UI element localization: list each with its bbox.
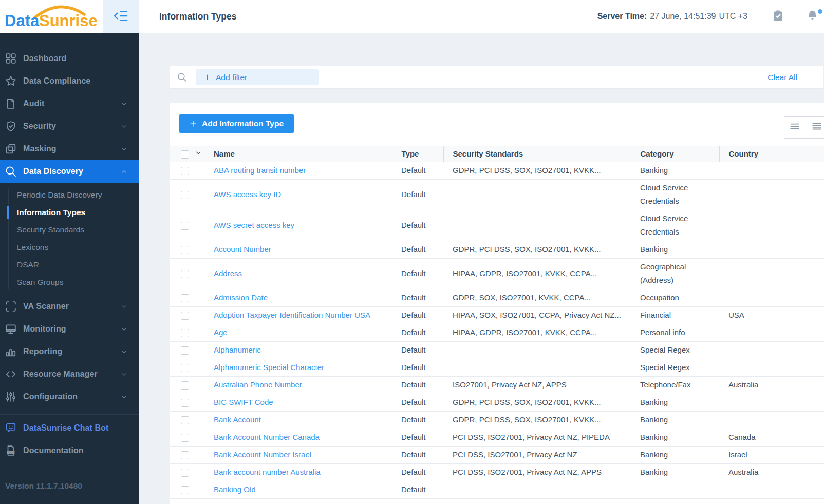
view-density-toggle bbox=[783, 116, 824, 139]
table-row: AgeDefaultHIPAA, GDPR, ISO27001, KVKK, C… bbox=[170, 324, 824, 342]
information-type-link[interactable]: Australian Phone Number bbox=[214, 380, 302, 389]
table-row: BIC SWIFT CodeDefaultGDPR, PCI DSS, SOX,… bbox=[170, 394, 824, 412]
cell-category: Banking bbox=[631, 429, 719, 447]
row-checkbox[interactable] bbox=[181, 167, 189, 175]
sidebar-item-va-scanner[interactable]: VA Scanner bbox=[0, 295, 139, 318]
sidebar-subitem-periodic-data-discovery[interactable]: Periodic Data Discovery bbox=[0, 186, 139, 204]
information-type-link[interactable]: ABA routing transit number bbox=[214, 166, 306, 175]
chevron-down-icon bbox=[120, 100, 127, 107]
add-information-type-button[interactable]: Add Information Type bbox=[179, 114, 294, 133]
column-header-country[interactable]: Country bbox=[719, 146, 824, 162]
cell-type: Default bbox=[392, 180, 443, 210]
information-type-link[interactable]: Banking Old bbox=[214, 485, 256, 494]
notifications-button[interactable] bbox=[797, 0, 824, 33]
information-type-link[interactable]: Bank Account bbox=[214, 415, 261, 424]
sidebar-item-label: Documentation bbox=[23, 446, 132, 455]
row-checkbox[interactable] bbox=[181, 329, 189, 337]
information-type-link[interactable]: BIC SWIFT Code bbox=[214, 398, 273, 406]
row-checkbox[interactable] bbox=[181, 312, 189, 320]
density-compact-button[interactable] bbox=[806, 117, 824, 138]
cell-standards: PCI DSS, ISO27001, Privacy Act NZ, APPS bbox=[443, 464, 631, 481]
select-all-checkbox[interactable] bbox=[181, 150, 189, 159]
column-header-name[interactable]: Name bbox=[214, 146, 392, 162]
sidebar-item-configuration[interactable]: Configuration bbox=[0, 385, 139, 408]
sidebar-item-documentation[interactable]: DOCDocumentation bbox=[0, 439, 139, 462]
cell-type: Default bbox=[392, 324, 443, 342]
information-types-table: Name Type Security Standards Category Co… bbox=[170, 146, 824, 499]
information-type-link[interactable]: Admission Date bbox=[214, 293, 268, 302]
topbar-right: Server Time:27 June, 14:51:39UTC +3 bbox=[597, 0, 824, 33]
clear-all-link[interactable]: Clear All bbox=[767, 73, 797, 82]
information-type-link[interactable]: Age bbox=[214, 328, 228, 337]
sidebar-subitem-dsar[interactable]: DSAR bbox=[0, 256, 139, 274]
main-area: Information Types Server Time:27 June, 1… bbox=[139, 0, 824, 504]
select-menu-chevron-icon[interactable] bbox=[195, 149, 202, 158]
table-row: Australian Phone NumberDefaultISO27001, … bbox=[170, 377, 824, 394]
row-checkbox[interactable] bbox=[181, 486, 189, 494]
sidebar-item-datasunrise-chat-bot[interactable]: DataSunrise Chat Bot bbox=[0, 417, 139, 439]
density-comfortable-button[interactable] bbox=[783, 117, 806, 138]
cell-standards: ISO27001, Privacy Act NZ, APPS bbox=[443, 377, 631, 394]
row-checkbox[interactable] bbox=[181, 191, 189, 199]
cell-standards: GDPR, PCI DSS, SOX, ISO27001, KVKK... bbox=[443, 241, 631, 259]
cell-country bbox=[719, 259, 824, 289]
sidebar-item-security[interactable]: Security bbox=[0, 115, 139, 138]
row-checkbox[interactable] bbox=[181, 364, 189, 372]
datasunrise-logo: Data Sunrise bbox=[0, 0, 103, 33]
information-type-link[interactable]: Alphanumeric bbox=[214, 345, 261, 354]
row-checkbox[interactable] bbox=[181, 222, 189, 230]
sidebar-subitem-scan-groups[interactable]: Scan Groups bbox=[0, 274, 139, 291]
collapse-sidebar-icon bbox=[113, 8, 128, 26]
sidebar-item-masking[interactable]: Masking bbox=[0, 138, 139, 160]
sidebar-collapse-button[interactable] bbox=[103, 0, 139, 33]
column-header-security-standards[interactable]: Security Standards bbox=[443, 146, 631, 162]
tasks-button[interactable] bbox=[759, 0, 797, 33]
cell-type: Default bbox=[392, 481, 443, 499]
information-type-link[interactable]: Account Number bbox=[214, 245, 271, 254]
page-title: Information Types bbox=[159, 11, 236, 22]
row-checkbox[interactable] bbox=[181, 270, 189, 278]
row-checkbox[interactable] bbox=[181, 434, 189, 442]
sidebar-item-resource-manager[interactable]: Resource Manager bbox=[0, 363, 139, 385]
row-checkbox[interactable] bbox=[181, 381, 189, 390]
sidebar-item-label: Data Discovery bbox=[23, 167, 120, 176]
row-checkbox[interactable] bbox=[181, 294, 189, 302]
row-checkbox[interactable] bbox=[181, 346, 189, 355]
table-row: Bank Account Number CanadaDefaultPCI DSS… bbox=[170, 429, 824, 447]
add-filter-button[interactable]: Add filter bbox=[196, 69, 319, 85]
server-time-value: 27 June, 14:51:39 bbox=[650, 12, 716, 21]
information-type-link[interactable]: AWS secret access key bbox=[214, 221, 294, 229]
sidebar-item-monitoring[interactable]: Monitoring bbox=[0, 318, 139, 340]
row-checkbox[interactable] bbox=[181, 246, 189, 254]
sidebar-item-dashboard[interactable]: Dashboard bbox=[0, 47, 139, 70]
sidebar-subitem-lexicons[interactable]: Lexicons bbox=[0, 239, 139, 256]
row-checkbox[interactable] bbox=[181, 416, 189, 424]
sidebar-subitem-security-standards[interactable]: Security Standards bbox=[0, 221, 139, 239]
information-type-link[interactable]: Alphanumeric Special Character bbox=[214, 363, 324, 372]
row-checkbox[interactable] bbox=[181, 451, 189, 459]
row-checkbox[interactable] bbox=[181, 399, 189, 407]
sidebar-item-reporting[interactable]: Reporting bbox=[0, 340, 139, 363]
column-header-type[interactable]: Type bbox=[392, 146, 443, 162]
sidebar-item-audit[interactable]: Audit bbox=[0, 92, 139, 115]
chart-icon bbox=[5, 345, 17, 358]
information-type-link[interactable]: Bank account number Australia bbox=[214, 468, 321, 476]
table-row: AWS access key IDDefaultCloud Service Cr… bbox=[170, 180, 824, 210]
sidebar-subitem-information-types[interactable]: Information Types bbox=[0, 204, 139, 221]
sidebar-item-label: Resource Manager bbox=[23, 370, 120, 379]
cell-type: Default bbox=[392, 342, 443, 359]
table-row: AlphanumericDefaultSpecial Regex bbox=[170, 342, 824, 359]
search-icon bbox=[177, 72, 187, 82]
information-type-link[interactable]: AWS access key ID bbox=[214, 190, 281, 199]
information-type-link[interactable]: Address bbox=[214, 269, 242, 278]
column-header-category[interactable]: Category bbox=[631, 146, 719, 162]
sidebar-item-data-discovery[interactable]: Data Discovery bbox=[0, 160, 139, 183]
cell-category: Banking bbox=[631, 464, 719, 481]
information-type-link[interactable]: Adoption Taxpayer Identification Number … bbox=[214, 311, 370, 319]
top-bar: Information Types Server Time:27 June, 1… bbox=[139, 0, 824, 33]
information-type-link[interactable]: Bank Account Number Israel bbox=[214, 450, 311, 459]
row-checkbox[interactable] bbox=[181, 469, 189, 477]
cell-type: Default bbox=[392, 359, 443, 377]
sidebar-item-data-compliance[interactable]: Data Compliance bbox=[0, 70, 139, 92]
information-type-link[interactable]: Bank Account Number Canada bbox=[214, 433, 320, 441]
